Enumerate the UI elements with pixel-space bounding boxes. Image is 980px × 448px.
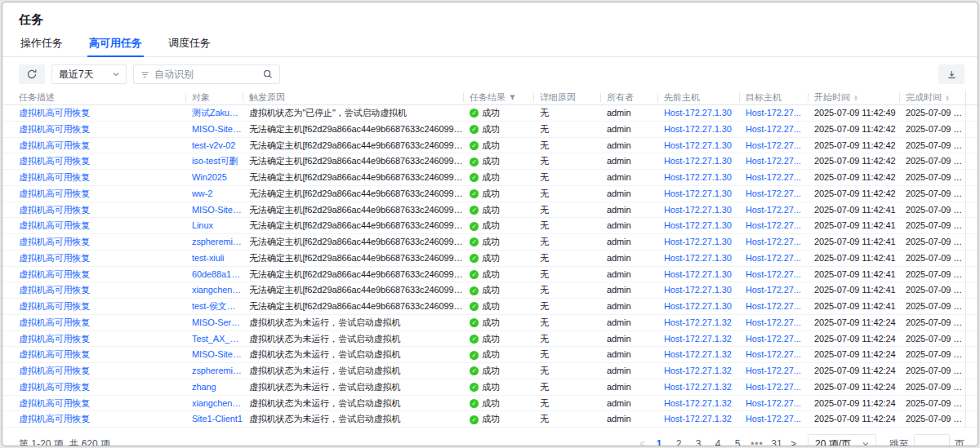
object-link[interactable]: MISO-Serve... [185,315,243,331]
pagination-page-4[interactable]: 4 [710,435,725,446]
pagination-page-1[interactable]: 1 [652,435,666,446]
object-link[interactable]: 测试Zaku集... [185,105,243,122]
prev-host-link[interactable]: Host-172.27.1.30 [657,105,739,122]
object-link[interactable]: ww-2 [185,186,243,202]
task-desc-link[interactable]: 虚拟机高可用恢复 [19,347,185,363]
target-host-link[interactable]: Host-172.27... [739,105,808,122]
date-range-select[interactable]: 最近7天 [51,64,127,84]
jump-input[interactable] [914,434,950,446]
prev-host-link[interactable]: Host-172.27.1.32 [657,396,739,412]
object-link[interactable]: zhang [185,379,243,396]
target-host-link[interactable]: Host-172.27... [739,315,808,331]
task-desc-link[interactable]: 虚拟机高可用恢复 [19,411,185,428]
pagination-ellipsis[interactable]: ••• [750,435,764,446]
prev-host-link[interactable]: Host-172.27.1.30 [657,153,739,170]
target-host-link[interactable]: Host-172.27... [739,282,808,299]
tab-操作任务[interactable]: 操作任务 [19,33,65,56]
target-host-link[interactable]: Host-172.27... [739,153,808,170]
pagination-page-31[interactable]: 31 [769,435,784,446]
task-desc-link[interactable]: 虚拟机高可用恢复 [19,299,185,315]
object-link[interactable]: zspheremim... [185,363,243,379]
object-link[interactable]: test-侯文静-... [185,299,243,315]
page-size-select[interactable]: 20 项/页 [808,434,876,446]
search-icon[interactable] [263,69,273,79]
object-link[interactable]: Test_AX_Na... [185,331,243,348]
search-input[interactable] [154,69,258,80]
task-desc-link[interactable]: 虚拟机高可用恢复 [19,315,185,331]
task-desc-link[interactable]: 虚拟机高可用恢复 [19,267,185,283]
download-button[interactable] [938,64,964,84]
target-host-link[interactable]: Host-172.27... [739,347,808,363]
object-link[interactable]: Linux [185,218,243,234]
prev-page-icon[interactable]: < [638,438,647,446]
object-link[interactable]: MISO-Site2... [185,347,243,363]
target-host-link[interactable]: Host-172.27... [739,138,808,154]
prev-host-link[interactable]: Host-172.27.1.30 [657,299,739,315]
refresh-button[interactable] [19,64,45,84]
object-link[interactable]: test-v2v-02 [185,138,243,154]
prev-host-link[interactable]: Host-172.27.1.30 [657,282,739,299]
task-desc-link[interactable]: 虚拟机高可用恢复 [19,282,185,299]
target-host-link[interactable]: Host-172.27... [739,202,808,219]
target-host-link[interactable]: Host-172.27... [739,411,808,428]
prev-host-link[interactable]: Host-172.27.1.30 [657,218,739,234]
task-desc-link[interactable]: 虚拟机高可用恢复 [19,170,185,186]
pagination-page-2[interactable]: 2 [671,435,686,446]
target-host-link[interactable]: Host-172.27... [739,186,808,202]
column-header-start-time[interactable]: 开始时间 ▲▼ [808,90,899,105]
object-link[interactable]: xiangcheng.... [185,396,243,412]
object-link[interactable]: test-xiuli [185,251,243,267]
next-page-icon[interactable]: > [789,438,798,446]
object-link[interactable]: xiangcheng.... [185,282,243,299]
object-link[interactable]: MISO-Site2... [185,122,243,138]
task-desc-link[interactable]: 虚拟机高可用恢复 [19,234,185,251]
task-desc-link[interactable]: 虚拟机高可用恢复 [19,138,185,154]
prev-host-link[interactable]: Host-172.27.1.30 [657,170,739,186]
prev-host-link[interactable]: Host-172.27.1.32 [657,363,739,379]
task-desc-link[interactable]: 虚拟机高可用恢复 [19,363,185,379]
object-link[interactable]: MISO-Site1... [185,202,243,219]
target-host-link[interactable]: Host-172.27... [739,379,808,396]
target-host-link[interactable]: Host-172.27... [739,363,808,379]
pagination-page-5[interactable]: 5 [730,435,745,446]
target-host-link[interactable]: Host-172.27... [739,299,808,315]
object-link[interactable]: Win2025 [185,170,243,186]
target-host-link[interactable]: Host-172.27... [739,170,808,186]
target-host-link[interactable]: Host-172.27... [739,396,808,412]
task-desc-link[interactable]: 虚拟机高可用恢复 [19,105,185,122]
target-host-link[interactable]: Host-172.27... [739,218,808,234]
target-host-link[interactable]: Host-172.27... [739,234,808,251]
task-desc-link[interactable]: 虚拟机高可用恢复 [19,396,185,412]
task-desc-link[interactable]: 虚拟机高可用恢复 [19,379,185,396]
tab-高可用任务[interactable]: 高可用任务 [87,33,144,56]
prev-host-link[interactable]: Host-172.27.1.30 [657,122,739,138]
target-host-link[interactable]: Host-172.27... [739,331,808,348]
prev-host-link[interactable]: Host-172.27.1.32 [657,331,739,348]
prev-host-link[interactable]: Host-172.27.1.30 [657,138,739,154]
sort-icon[interactable]: ▲▼ [945,95,950,101]
prev-host-link[interactable]: Host-172.27.1.30 [657,251,739,267]
task-desc-link[interactable]: 虚拟机高可用恢复 [19,218,185,234]
task-desc-link[interactable]: 虚拟机高可用恢复 [19,186,185,202]
column-header-end-time[interactable]: 完成时间 ▲▼ [899,90,966,105]
target-host-link[interactable]: Host-172.27... [739,122,808,138]
task-desc-link[interactable]: 虚拟机高可用恢复 [19,202,185,219]
task-desc-link[interactable]: 虚拟机高可用恢复 [19,331,185,348]
prev-host-link[interactable]: Host-172.27.1.30 [657,202,739,219]
object-link[interactable]: zspheremim... [185,234,243,251]
tab-调度任务[interactable]: 调度任务 [167,33,212,56]
pagination-page-3[interactable]: 3 [691,435,706,446]
task-desc-link[interactable]: 虚拟机高可用恢复 [19,251,185,267]
object-link[interactable]: 60de88a14... [185,267,243,283]
task-desc-link[interactable]: 虚拟机高可用恢复 [19,153,185,170]
prev-host-link[interactable]: Host-172.27.1.30 [657,186,739,202]
object-link[interactable]: Site1-Client1 [185,411,243,428]
filter-funnel-icon[interactable] [509,94,516,101]
prev-host-link[interactable]: Host-172.27.1.32 [657,379,739,396]
sort-icon[interactable]: ▲▼ [853,95,858,101]
target-host-link[interactable]: Host-172.27... [739,251,808,267]
object-link[interactable]: iso-test可删 [185,153,243,170]
prev-host-link[interactable]: Host-172.27.1.30 [657,267,739,283]
prev-host-link[interactable]: Host-172.27.1.32 [657,315,739,331]
prev-host-link[interactable]: Host-172.27.1.32 [657,411,739,428]
